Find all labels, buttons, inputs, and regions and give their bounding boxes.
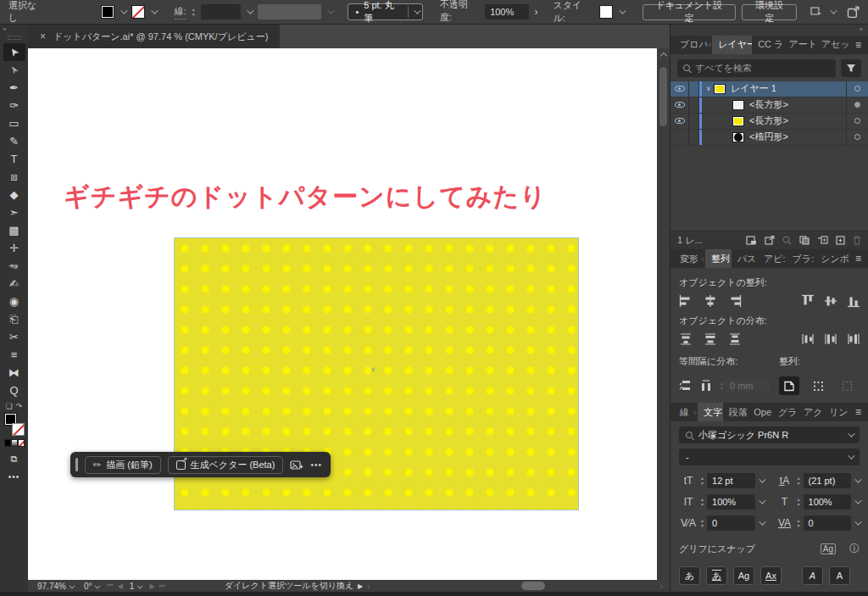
opacity-input[interactable]: 100% <box>485 4 528 19</box>
shape-builder-tool[interactable]: ✍ <box>3 275 25 292</box>
type-tool[interactable]: T <box>3 150 25 168</box>
style-swatch[interactable] <box>599 5 613 19</box>
dock-collapse-icon[interactable]: » <box>670 25 868 36</box>
select-similar-chevron-icon[interactable] <box>830 7 837 14</box>
layer-row[interactable]: ∨レイヤー 1 <box>670 81 868 97</box>
panel-tab-変形[interactable]: 変形 <box>674 249 700 268</box>
slice-tool[interactable]: ✂ <box>3 328 25 346</box>
close-tab-icon[interactable]: × <box>40 31 46 42</box>
color-none-icon[interactable] <box>18 439 25 447</box>
collect-for-export-icon[interactable] <box>746 236 757 245</box>
page-tool[interactable]: ⎗ <box>3 310 25 328</box>
layer-thumbnail[interactable] <box>732 116 744 126</box>
target-circle-icon[interactable] <box>854 86 860 92</box>
visibility-toggle[interactable] <box>670 114 689 129</box>
panel-tab-線[interactable]: 線 <box>674 403 693 421</box>
align-bottom-icon[interactable] <box>848 294 860 308</box>
canvas[interactable]: ギチギチのドットパターンにしてみたり × ✏ 描画 (鉛筆) 生成ベクター (B… <box>28 48 657 580</box>
kerning-control[interactable]: V⁄A ▴▾ 0 <box>679 515 764 531</box>
panel-tab-シンボ[interactable]: シンボ <box>815 249 849 268</box>
lock-toggle[interactable] <box>689 114 699 129</box>
align-v-center-icon[interactable] <box>825 294 837 308</box>
distribute-spacing-field[interactable]: ▴▾ 0 mm <box>721 379 770 393</box>
panel-tab-段落[interactable]: 段落 <box>723 403 748 421</box>
panel-tab-プロパ[interactable]: プロパ <box>674 36 707 54</box>
stroke-weight-chevron-icon[interactable] <box>248 7 254 14</box>
vertical-scale-control[interactable]: IT ▴▾ 100% <box>679 494 764 510</box>
draw-pencil-button[interactable]: ✏ 描画 (鉛筆) <box>85 456 161 474</box>
align-top-icon[interactable] <box>802 294 814 308</box>
layer-name[interactable]: <楕円形> <box>749 131 846 143</box>
fill-color-swatch[interactable] <box>101 5 114 19</box>
layer-thumbnail[interactable] <box>714 84 726 94</box>
rotate-tool[interactable]: ✛ <box>3 239 25 257</box>
target-circle-icon[interactable] <box>854 134 860 140</box>
style-chevron-icon[interactable] <box>619 7 626 14</box>
stroke-color-swatch[interactable] <box>131 5 145 19</box>
panel-tab-アク[interactable]: アク <box>798 403 823 421</box>
distribute-h-space-icon[interactable] <box>700 380 712 393</box>
panel-tab-CC ラ[interactable]: CC ラ <box>752 36 782 54</box>
toolbar-expand-icon[interactable]: » <box>0 25 28 35</box>
distribute-top-icon[interactable] <box>679 333 693 345</box>
brush-chevron-icon[interactable] <box>414 7 420 14</box>
scroll-left-icon[interactable]: ‹ <box>367 582 370 591</box>
panel-tab-アセッ[interactable]: アセッ <box>815 36 849 54</box>
opacity-more-icon[interactable]: › <box>535 6 538 18</box>
direct-selection-tool[interactable]: ➢ <box>3 61 25 79</box>
intertwine-tool[interactable]: ⧓ <box>3 364 25 382</box>
align-h-center-icon[interactable] <box>704 295 717 307</box>
rotation-select[interactable]: 0° <box>81 582 103 591</box>
layer-name[interactable]: <長方形> <box>749 98 846 111</box>
align-tool[interactable]: ≡ <box>3 346 25 364</box>
layers-filter-button[interactable] <box>841 59 861 77</box>
panel-tab-整列[interactable]: 整列 <box>705 249 732 268</box>
horizontal-scale-control[interactable]: T ▴▾ 100% <box>776 494 860 510</box>
last-artboard-icon[interactable]: ⏭ <box>159 582 165 590</box>
leading-control[interactable]: t̲A ▴▾ (21 pt) <box>776 473 860 488</box>
swap-mini-icon[interactable]: ❏ <box>6 402 13 410</box>
panel-menu-icon[interactable]: ≡ <box>849 249 868 268</box>
lock-toggle[interactable] <box>689 130 699 145</box>
next-artboard-icon[interactable]: ▶ <box>149 582 154 590</box>
char-option-button-5[interactable]: A <box>829 566 850 585</box>
target-column[interactable] <box>846 130 868 145</box>
document-tab[interactable]: × ドットパターン.ai* @ 97.74 % (CMYK/プレビュー) <box>28 25 280 48</box>
eraser-tool[interactable]: ◆ <box>3 186 25 203</box>
fill-chevron-icon[interactable] <box>120 7 127 14</box>
align-to-selection-button[interactable] <box>808 376 828 395</box>
horizontal-scroll-thumb[interactable] <box>521 582 545 590</box>
generate-vectors-button[interactable]: 生成ベクター (Beta) <box>168 456 284 474</box>
taskbar-more-icon[interactable]: ••• <box>310 460 322 470</box>
color-gradient-icon[interactable] <box>11 439 18 447</box>
vertical-scroll-thumb[interactable] <box>659 67 667 126</box>
stroke-indicator[interactable] <box>12 423 25 436</box>
layer-row[interactable]: <楕円形> <box>670 130 868 146</box>
snap-ag-icon[interactable]: Ag <box>821 543 836 554</box>
gradient-tool[interactable]: ▩ <box>3 221 25 239</box>
make-clipping-mask-icon[interactable] <box>799 236 810 245</box>
opacity-label[interactable]: 不透明度: <box>440 0 479 25</box>
font-style-select[interactable]: - <box>679 448 860 465</box>
brush-definition-select[interactable]: • 5 pt. 丸筆 <box>348 3 422 20</box>
spacing-value[interactable]: 0 mm <box>726 379 770 393</box>
target-circle-icon[interactable] <box>854 102 860 108</box>
rectangle-tool[interactable]: ▭ <box>3 114 25 132</box>
distribute-left-icon[interactable] <box>802 332 814 346</box>
align-left-icon[interactable] <box>679 295 693 307</box>
artboard-number-select[interactable]: 1 <box>127 582 146 591</box>
select-similar-icon[interactable] <box>810 6 824 18</box>
tracking-control[interactable]: VA ▴▾ 0 <box>776 515 860 531</box>
default-colors-icon[interactable]: ↷ <box>16 402 23 410</box>
first-artboard-icon[interactable]: ⏮ <box>107 582 113 590</box>
reference-image-icon[interactable] <box>290 460 303 471</box>
distribute-h-center-icon[interactable] <box>825 332 837 346</box>
visibility-toggle[interactable] <box>670 97 689 113</box>
scroll-up-icon[interactable] <box>659 53 666 59</box>
layer-thumbnail[interactable] <box>732 132 744 142</box>
layer-name[interactable]: レイヤー 1 <box>731 82 846 95</box>
panel-tab-文字[interactable]: 文字 <box>698 403 723 421</box>
panel-tab-Ope[interactable]: Ope <box>748 403 772 421</box>
lock-toggle[interactable] <box>689 81 699 97</box>
visibility-toggle[interactable] <box>670 81 689 97</box>
